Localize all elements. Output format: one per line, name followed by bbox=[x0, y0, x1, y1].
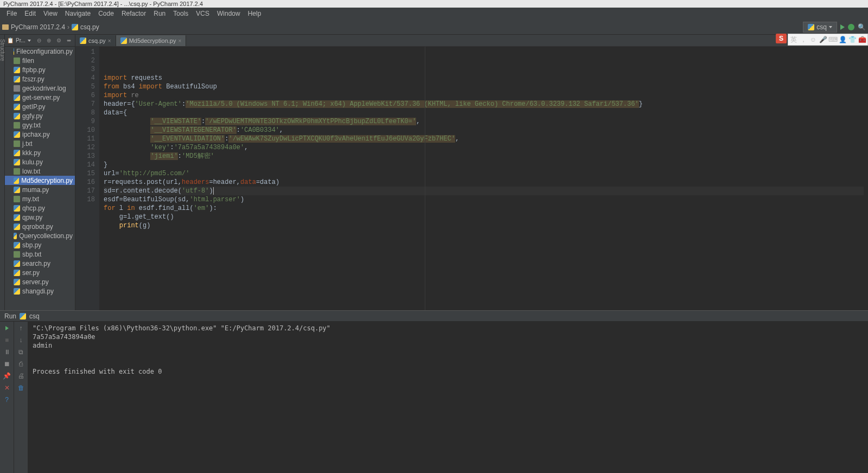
file-tree-item[interactable]: sbp.py bbox=[5, 240, 75, 250]
file-tree-item[interactable]: qpw.py bbox=[5, 213, 75, 222]
code-line[interactable]: g=l.get_text() bbox=[104, 213, 864, 221]
scroll-to-end-button[interactable]: ⎙ bbox=[17, 360, 25, 368]
file-tree-item[interactable]: search.py bbox=[5, 259, 75, 268]
settings-icon[interactable]: ⚙ bbox=[55, 36, 62, 45]
editor-tab[interactable]: csq.py× bbox=[75, 35, 116, 46]
ime-keyboard-button[interactable]: ⌨ bbox=[828, 35, 837, 44]
menu-code[interactable]: Code bbox=[95, 9, 117, 18]
code-line[interactable]: esdf=BeautifulSoup(sd,'html.parser') bbox=[104, 195, 864, 204]
code-line[interactable]: for l in esdf.find_all('em'): bbox=[104, 204, 864, 213]
file-tree-item[interactable]: fzszr.py bbox=[5, 74, 75, 84]
file-tree-item[interactable]: ipchax.py bbox=[5, 130, 75, 139]
menu-run[interactable]: Run bbox=[150, 9, 169, 18]
search-everywhere-button[interactable]: 🔍 bbox=[858, 23, 866, 31]
code-line[interactable]: '__EVENTVALIDATION':'/wEWAwK7SZuyDwLicPT… bbox=[104, 135, 864, 143]
line-number: 14 bbox=[76, 161, 95, 169]
stop-button[interactable]: ■ bbox=[3, 336, 11, 344]
file-tree-item[interactable]: filen bbox=[5, 56, 75, 65]
code-line[interactable]: import requests bbox=[104, 74, 864, 82]
menu-edit[interactable]: Edit bbox=[21, 9, 39, 18]
ime-voice-button[interactable]: 🎤 bbox=[819, 35, 827, 44]
file-tree-item[interactable]: qqrobot.py bbox=[5, 222, 75, 231]
menu-window[interactable]: Window bbox=[214, 9, 244, 18]
editor-tab[interactable]: Md5decryption.py× bbox=[116, 35, 187, 46]
file-tree-item[interactable]: ser.py bbox=[5, 268, 75, 277]
ime-toolbox-button[interactable]: 🧰 bbox=[858, 35, 866, 44]
menu-navigate[interactable]: Navigate bbox=[62, 9, 94, 18]
menu-view[interactable]: View bbox=[40, 9, 61, 18]
ime-punct-button[interactable]: ， bbox=[799, 35, 808, 44]
ime-language-button[interactable]: 英 bbox=[789, 35, 798, 44]
file-name-label: ipchax.py bbox=[22, 131, 50, 138]
code-line[interactable]: 'jiemi':'MD5解密' bbox=[104, 152, 864, 161]
sogou-ime-badge[interactable]: S bbox=[776, 34, 787, 43]
file-tree-item[interactable]: kulu.py bbox=[5, 157, 75, 167]
file-tree-item[interactable]: ftpbp.py bbox=[5, 65, 75, 74]
code-line[interactable]: header={'User-Agent':'Mozilla/5.0 (Windo… bbox=[104, 100, 864, 108]
clear-all-button[interactable]: 🗑 bbox=[17, 383, 25, 392]
menu-vcs[interactable]: VCS bbox=[193, 9, 213, 18]
file-tree-item[interactable]: getIP.py bbox=[5, 102, 75, 111]
breadcrumb-project[interactable]: PyCharm 2017.2.4 bbox=[2, 23, 65, 31]
help-button[interactable]: ? bbox=[3, 395, 11, 404]
up-button[interactable]: ↑ bbox=[17, 324, 25, 333]
file-tree-item[interactable]: ggfy.py bbox=[5, 111, 75, 120]
down-button[interactable]: ↓ bbox=[17, 336, 25, 344]
file-tree-item[interactable]: get-server.py bbox=[5, 93, 75, 102]
code-line[interactable]: from bs4 import BeautifulSoup bbox=[104, 82, 864, 91]
file-tree-item[interactable]: Fileconfiguration.py bbox=[5, 47, 75, 56]
code-line[interactable]: '__VIEWSTATE':'/wEPDwUEMTM0NTE3OTkzOWRkP… bbox=[104, 117, 864, 126]
close-tab-icon[interactable]: × bbox=[108, 38, 111, 44]
code-line[interactable]: r=requests.post(url,headers=header,data=… bbox=[104, 178, 864, 187]
project-view-selector[interactable]: 📋 bbox=[7, 37, 14, 43]
close-button[interactable]: ✕ bbox=[3, 383, 11, 392]
file-tree-item[interactable]: shangdi.py bbox=[5, 286, 75, 296]
file-tree-item[interactable]: my.txt bbox=[5, 194, 75, 203]
code-content[interactable]: import requestsfrom bs4 import Beautiful… bbox=[99, 47, 868, 310]
close-tab-icon[interactable]: × bbox=[178, 38, 181, 44]
code-editor[interactable]: 123456789101112131415161718 import reque… bbox=[75, 47, 868, 310]
file-tree-item[interactable]: geckodriver.log bbox=[5, 84, 75, 93]
file-tree-item[interactable]: muma.py bbox=[5, 185, 75, 194]
file-tree-item[interactable]: sbp.txt bbox=[5, 250, 75, 259]
collapse-all-button[interactable]: ⊖ bbox=[35, 36, 43, 45]
file-tree-item[interactable]: gyy.txt bbox=[5, 120, 75, 130]
run-button[interactable] bbox=[840, 24, 845, 30]
file-tree-item[interactable]: Querycollection.py bbox=[5, 231, 75, 240]
log-file-icon bbox=[14, 85, 20, 92]
exit-button[interactable]: ⏹ bbox=[3, 360, 11, 368]
file-tree-item[interactable]: j.txt bbox=[5, 139, 75, 148]
code-line[interactable]: 'key':'7a57a5a743894a0e', bbox=[104, 143, 864, 152]
ime-user-button[interactable]: 👤 bbox=[838, 35, 847, 44]
file-tree-item[interactable]: kkk.py bbox=[5, 148, 75, 157]
menu-help[interactable]: Help bbox=[245, 9, 265, 18]
file-tree-item[interactable]: server.py bbox=[5, 277, 75, 286]
hide-button[interactable]: ⬌ bbox=[65, 36, 73, 45]
code-line[interactable]: sd=r.content.decode('utf-8') bbox=[104, 187, 864, 195]
soft-wrap-button[interactable]: ⧉ bbox=[17, 348, 25, 356]
ime-skin-button[interactable]: 👕 bbox=[848, 35, 857, 44]
code-line[interactable]: } bbox=[104, 161, 864, 169]
console-output[interactable]: "C:\Program Files (x86)\Python36-32\pyth… bbox=[28, 322, 868, 473]
pin-button[interactable]: 📌 bbox=[3, 372, 11, 380]
file-tree-item[interactable]: qhcp.py bbox=[5, 203, 75, 213]
scroll-from-source-button[interactable]: ⊕ bbox=[45, 36, 53, 45]
code-line[interactable]: '__VIEWSTATEGENERATOR':'CA0B0334', bbox=[104, 126, 864, 135]
menu-file[interactable]: File bbox=[3, 9, 20, 18]
code-line[interactable]: import re bbox=[104, 91, 864, 100]
debug-button[interactable] bbox=[848, 24, 854, 30]
rerun-button[interactable] bbox=[3, 324, 11, 333]
ime-emoji-button[interactable]: ☺ bbox=[809, 35, 818, 44]
file-tree-item[interactable]: low.txt bbox=[5, 167, 75, 176]
pause-button[interactable]: ⏸ bbox=[3, 348, 11, 356]
menu-refactor[interactable]: Refactor bbox=[118, 9, 149, 18]
left-tool-stripe[interactable]: Structure bbox=[0, 35, 5, 310]
menu-tools[interactable]: Tools bbox=[170, 9, 192, 18]
print-button[interactable]: 🖨 bbox=[17, 372, 25, 380]
file-tree-item[interactable]: Md5decryption.py bbox=[5, 176, 75, 185]
code-line[interactable]: url='http://pmd5.com/' bbox=[104, 169, 864, 178]
run-configuration-selector[interactable]: csq bbox=[803, 22, 837, 33]
code-line[interactable]: print(g) bbox=[104, 221, 864, 230]
code-line[interactable]: data={ bbox=[104, 108, 864, 117]
breadcrumb-file[interactable]: csq.py bbox=[72, 23, 99, 31]
